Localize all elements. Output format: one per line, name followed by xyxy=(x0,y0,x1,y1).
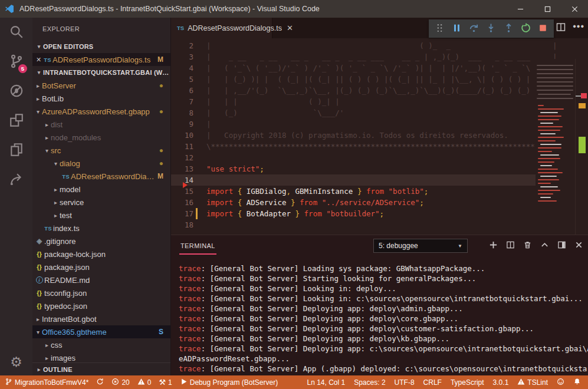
tree-item[interactable]: ▾Office365.gbthemeS xyxy=(32,325,170,338)
code-line[interactable]: 3| _ __ _ __ __ _ __ _ _ __ ___ __ _ | ,… xyxy=(171,51,588,62)
tree-item[interactable]: ▸css xyxy=(32,338,170,351)
new-terminal-button[interactable] xyxy=(489,240,498,251)
tree-item-label: typedoc.json xyxy=(44,302,170,311)
code-line[interactable]: 14 xyxy=(171,174,588,186)
code-line[interactable]: 13"use strict"; xyxy=(171,163,588,174)
tree-item[interactable]: {}package.json xyxy=(32,261,170,273)
stop-button[interactable] xyxy=(536,22,550,36)
code-line[interactable]: 12 xyxy=(171,152,588,163)
panel-position-button[interactable] xyxy=(557,240,566,251)
gutter xyxy=(193,219,206,230)
status-tools[interactable]: ⚒1 xyxy=(159,378,172,387)
terminal-line: trace: [General Bot Server] Deploying ap… xyxy=(179,334,587,344)
tree-item[interactable]: {}typedoc.json xyxy=(32,299,170,312)
explorer-sidebar: EXPLORER ▾ OPEN EDITORS ✕TSADResetPasswo… xyxy=(32,18,171,375)
status-notifications[interactable] xyxy=(573,378,581,387)
gutter xyxy=(193,208,206,219)
minimap[interactable] xyxy=(536,59,575,235)
tab-close-icon[interactable]: ✕ xyxy=(287,24,293,32)
status-warnings[interactable]: 0 xyxy=(137,378,152,387)
minimize-button[interactable] xyxy=(507,0,534,18)
activity-item-debug[interactable] xyxy=(0,77,32,106)
status-git-branch[interactable]: MigrationToBotFmwV4* xyxy=(5,378,88,387)
code-editor[interactable]: 2| ( )_ _ |3| _ __ _ __ __ _ __ _ _ __ _… xyxy=(171,38,588,235)
tree-item[interactable]: ▾AzureADPasswordReset.gbapp● xyxy=(32,105,170,118)
step-over-button[interactable] xyxy=(467,22,481,36)
step-out-button[interactable] xyxy=(501,22,515,36)
tree-item[interactable]: {}package-lock.json xyxy=(32,248,170,261)
tree-item[interactable]: ▸BotLib xyxy=(32,92,170,105)
tree-item[interactable]: ▸test xyxy=(32,209,170,222)
tree-item[interactable]: iREADME.md xyxy=(32,273,170,286)
tree-item[interactable]: ▸IntranetBot.gbot xyxy=(32,312,170,325)
code-line[interactable]: 15import { IGBDialog, GBMinInstance } fr… xyxy=(171,186,588,197)
code-line[interactable]: 16import { ADService } from "../service/… xyxy=(171,197,588,208)
status-feedback[interactable] xyxy=(557,378,564,387)
editor-tab[interactable]: TS ADResetPasswordDialogs.ts ✕ xyxy=(171,18,272,38)
terminal-selector[interactable]: 5: debuggee ▼ xyxy=(373,239,468,253)
status-indentation[interactable]: Spaces: 2 xyxy=(354,378,385,387)
restart-icon xyxy=(521,23,531,35)
code-line[interactable]: 4| ( '_`\ ( '__)/'_` ) /'_` )( '_ ` _ `\… xyxy=(171,62,588,74)
status-language-mode[interactable]: TypeScript xyxy=(451,378,484,387)
open-editors-header[interactable]: ▾ OPEN EDITORS xyxy=(32,40,170,53)
status-tslint[interactable]: TSLint xyxy=(517,378,548,387)
code-line[interactable]: 7| | | ( )_| | | xyxy=(171,96,588,107)
tree-item[interactable]: ▸service xyxy=(32,196,170,209)
activity-item-settings[interactable]: ⚙ xyxy=(0,352,32,372)
tab-terminal[interactable]: TERMINAL xyxy=(179,237,216,255)
code-line[interactable]: 9| | xyxy=(171,118,588,130)
status-cursor-position[interactable]: Ln 14, Col 1 xyxy=(307,378,345,387)
drag-grip-button[interactable] xyxy=(433,22,447,36)
split-terminal-button[interactable] xyxy=(506,240,515,251)
status-encoding[interactable]: UTF-8 xyxy=(395,378,415,387)
activity-item-share[interactable] xyxy=(0,165,32,194)
close-panel-button[interactable] xyxy=(574,240,583,251)
code-line[interactable]: 18 xyxy=(171,219,588,230)
activity-item-source-control[interactable]: 5 xyxy=(0,47,32,77)
scm-badge: 5 xyxy=(18,64,27,73)
code-text: | Copyright 2018 (c) pragmatismo.io. Tod… xyxy=(206,130,557,141)
status-eol[interactable]: CRLF xyxy=(423,378,442,387)
code-line[interactable]: 8| (_) `\___/' | xyxy=(171,107,588,118)
close-button[interactable] xyxy=(561,0,588,18)
gutter xyxy=(193,74,206,85)
split-editor-button[interactable] xyxy=(556,22,566,34)
status-ts-version[interactable]: 3.0.1 xyxy=(493,378,509,387)
tree-item[interactable]: ◈.gitignore xyxy=(32,235,170,248)
code-line[interactable]: 5| | (_) )| | ( (_| |( (_| || ( ) ( ) |(… xyxy=(171,74,588,85)
pause-button[interactable] xyxy=(450,22,464,36)
status-debug-launch[interactable]: Debug Program (BotServer) xyxy=(180,378,278,387)
tree-item[interactable]: ▾dialog● xyxy=(32,157,170,170)
status-errors[interactable]: 20 xyxy=(111,378,129,387)
tree-item[interactable]: ▸model xyxy=(32,183,170,196)
code-line[interactable]: 17import { BotAdapter } from "botbuilder… xyxy=(171,208,588,219)
terminal-output[interactable]: trace: [General Bot Server] Loading sys … xyxy=(171,256,588,376)
code-line[interactable]: 2| ( )_ _ | xyxy=(171,40,588,51)
tree-item[interactable]: ▸dist xyxy=(32,118,170,131)
activity-item-search[interactable] xyxy=(0,18,32,47)
workspace-header[interactable]: ▾ INTRANETBOTQUICKSTART.GBAI (WORKSPACE) xyxy=(32,66,170,79)
tree-item[interactable]: TSindex.ts xyxy=(32,222,170,235)
code-line[interactable]: 10| Copyright 2018 (c) pragmatismo.io. T… xyxy=(171,130,588,141)
more-actions-button[interactable]: ••• xyxy=(573,21,584,35)
kill-terminal-button[interactable] xyxy=(523,240,532,251)
status-sync[interactable] xyxy=(96,378,104,387)
activity-item-extensions[interactable] xyxy=(0,106,32,136)
code-line[interactable]: 11\*************************************… xyxy=(171,141,588,152)
tree-item[interactable]: ▸node_modules xyxy=(32,131,170,144)
overview-ruler[interactable] xyxy=(575,59,588,235)
activity-item-documents[interactable] xyxy=(0,136,32,165)
maximize-button[interactable] xyxy=(534,0,561,18)
tree-item[interactable]: ▸BotServer● xyxy=(32,79,170,92)
maximize-panel-button[interactable] xyxy=(540,240,549,251)
open-editor-item[interactable]: ✕TSADResetPasswordDialogs.tsM xyxy=(32,53,170,66)
tree-item[interactable]: ▾src● xyxy=(32,144,170,157)
outline-header[interactable]: ▸ OUTLINE xyxy=(32,362,170,375)
tree-item[interactable]: {}tsconfig.json xyxy=(32,286,170,299)
restart-button[interactable] xyxy=(518,22,533,36)
step-into-button[interactable] xyxy=(484,22,498,36)
close-editor-icon[interactable]: ✕ xyxy=(35,56,42,64)
code-line[interactable]: 6| | ,__/'(_) `\__,_)`\__, |(_) (_) (_)`… xyxy=(171,85,588,96)
tree-item[interactable]: TSADResetPasswordDialogs.tsM xyxy=(32,170,170,183)
